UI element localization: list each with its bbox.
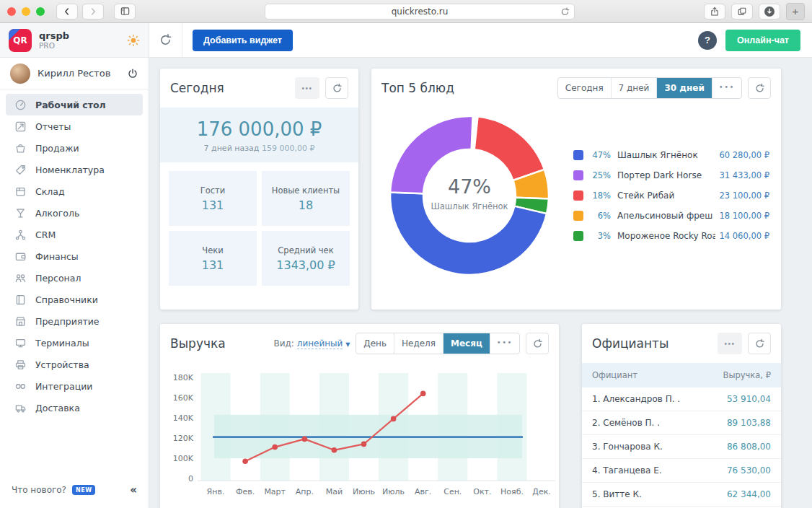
sidebar-toggle-button[interactable] (114, 4, 136, 19)
forward-button[interactable] (82, 4, 104, 19)
chart-point (272, 444, 278, 450)
whats-new-link[interactable]: Что нового? (12, 485, 66, 495)
printer-icon (14, 359, 27, 371)
new-badge: NEW (72, 485, 95, 495)
sidebar-item-terminals[interactable]: Терминалы (6, 332, 143, 354)
tab-сегодня[interactable]: Сегодня (558, 78, 611, 98)
address-bar[interactable]: quickresto.ru (265, 4, 575, 19)
today-stats-grid: Гости131Новые клиенты18Чеки131Средний че… (160, 162, 358, 294)
close-window-button[interactable] (7, 7, 16, 16)
stat-value: 131 (202, 258, 224, 272)
copy-tabs-icon (737, 6, 747, 17)
more-options-segment[interactable]: ••• (712, 78, 741, 98)
sidebar-item-nomenclature[interactable]: Номенклатура (6, 159, 143, 180)
app-logo: QR (9, 29, 32, 52)
sidebar-item-label: Справочники (35, 294, 98, 305)
basket-icon (14, 142, 27, 154)
sidebar-item-delivery[interactable]: Доставка (6, 397, 143, 419)
legend-row: 3%Мороженое Rocky Road14 060,00 ₽ (573, 231, 769, 241)
back-button[interactable] (56, 4, 78, 19)
more-options-segment[interactable]: ••• (490, 333, 519, 354)
waiter-revenue: 76 530,00 (727, 465, 771, 476)
tab-день[interactable]: День (356, 333, 394, 354)
url-text: quickresto.ru (392, 6, 449, 17)
waiters-more-options-button[interactable]: ••• (718, 333, 742, 354)
sidebar-footer: Что нового? NEW « (0, 475, 149, 508)
y-tick-label: 180K (173, 373, 194, 382)
collapse-sidebar-button[interactable]: « (130, 483, 137, 496)
sidebar-item-enterprise[interactable]: Предприятие (6, 310, 143, 332)
sync-button[interactable] (149, 23, 182, 57)
refresh-icon (754, 83, 765, 94)
add-widget-button[interactable]: Добавить виджет (193, 30, 293, 51)
user-row[interactable]: Кирилл Рестов (0, 58, 149, 89)
new-tab-button[interactable]: + (786, 3, 805, 20)
tag-icon (14, 164, 27, 176)
book-icon (14, 294, 27, 306)
tabs-overview-button[interactable] (731, 4, 753, 19)
top-dishes-refresh-button[interactable] (748, 77, 771, 99)
legend-percent: 47% (591, 150, 611, 160)
maximize-window-button[interactable] (36, 7, 45, 16)
sidebar-item-label: Склад (35, 186, 65, 197)
online-chat-button[interactable]: Онлайн-чат (725, 30, 800, 51)
help-button[interactable]: ? (698, 31, 717, 50)
report-icon (14, 121, 27, 133)
sidebar-item-label: Финансы (35, 251, 79, 262)
sidebar-item-finances[interactable]: Финансы (6, 245, 143, 267)
sun-icon[interactable] (127, 34, 140, 47)
legend-amount: 60 280,00 ₽ (720, 150, 770, 160)
sidebar-item-sales[interactable]: Продажи (6, 137, 143, 159)
refresh-icon (532, 338, 543, 349)
sidebar-item-alcohol[interactable]: Алкоголь (6, 202, 143, 224)
workspace-name: qrspb (39, 30, 69, 42)
top-dishes-card: Топ 5 блюд Сегодня7 дней30 дней••• 47% Ш… (371, 69, 781, 310)
tab-месяц[interactable]: Месяц (443, 333, 490, 354)
download-icon (764, 6, 775, 17)
waiter-row: 1. Александров П. .53 910,04 (582, 387, 781, 411)
x-tick-label: Сен. (443, 487, 462, 496)
revenue-title: Выручка (170, 336, 226, 351)
today-amount: 176 000,00 ₽ (160, 118, 358, 140)
sidebar-item-reports[interactable]: Отчеты (6, 115, 143, 137)
workspace-header: QR qrspb PRO (0, 23, 149, 58)
tab-7-дней[interactable]: 7 дней (611, 78, 657, 98)
revenue-refresh-button[interactable] (526, 333, 549, 354)
downloads-button[interactable] (759, 4, 780, 19)
sidebar-item-label: CRM (35, 229, 56, 240)
sidebar-item-devices[interactable]: Устройства (6, 354, 143, 375)
sidebar-item-integrations[interactable]: Интеграции (6, 375, 143, 397)
view-type-selector[interactable]: Вид: линейный ▼ (274, 338, 350, 349)
stat-box: Новые клиенты18 (262, 171, 350, 226)
legend-color-swatch (573, 190, 583, 201)
stat-label: Чеки (202, 245, 223, 255)
today-refresh-button[interactable] (325, 77, 348, 99)
sidebar-item-label: Интеграции (35, 381, 92, 392)
sidebar-item-dashboard[interactable]: Рабочий стол (6, 94, 143, 115)
sidebar-item-directories[interactable]: Справочники (6, 289, 143, 310)
chevron-right-icon (88, 6, 98, 17)
today-more-options-button[interactable]: ••• (295, 77, 319, 99)
top-dishes-donut-chart: 47% Шашлык Ягнёнок (384, 110, 555, 281)
stat-box: Гости131 (169, 171, 257, 226)
minimize-window-button[interactable] (22, 7, 30, 16)
donut-center-percent: 47% (448, 175, 491, 198)
user-name: Кирилл Рестов (37, 68, 110, 79)
logout-power-icon[interactable] (127, 68, 138, 79)
sidebar-item-warehouse[interactable]: Склад (6, 180, 143, 202)
chevron-left-icon (62, 6, 72, 17)
revenue-line-chart: 180K160K140K120K100K0Янв.Фев.МартАпр.Май… (160, 363, 559, 507)
sync-icon (159, 33, 172, 47)
share-button[interactable] (704, 4, 725, 19)
sidebar-item-crm[interactable]: CRM (6, 224, 143, 245)
legend-percent: 3% (591, 231, 611, 241)
sidebar-item-staff[interactable]: Персонал (6, 267, 143, 289)
x-tick-label: Май (326, 487, 343, 496)
legend-color-swatch (573, 211, 583, 221)
waiters-refresh-button[interactable] (748, 333, 771, 354)
reload-icon[interactable] (560, 6, 570, 17)
today-revenue-hero: 176 000,00 ₽ 7 дней назад 159 000,00 ₽ (160, 108, 358, 162)
tab-30-дней[interactable]: 30 дней (656, 78, 711, 98)
tab-неделя[interactable]: Неделя (394, 333, 443, 354)
x-tick-label: Авг. (415, 487, 431, 496)
